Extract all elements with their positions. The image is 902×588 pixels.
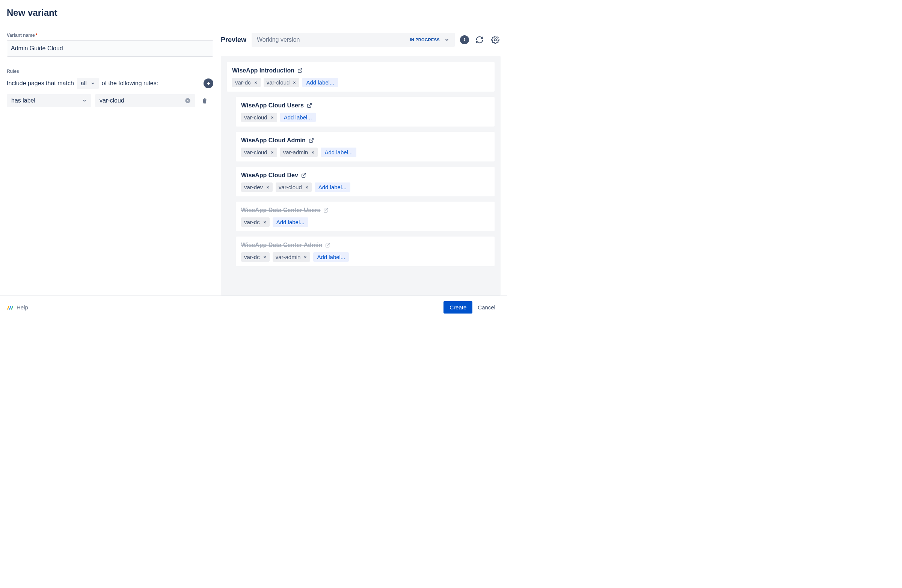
label-chip[interactable]: var-cloud — [241, 113, 277, 122]
remove-label-button[interactable] — [304, 255, 307, 259]
svg-point-1 — [464, 38, 465, 39]
labels-row: var-dcvar-cloud Add label... — [232, 78, 489, 87]
modal-footer: Help Create Cancel — [0, 296, 507, 319]
refresh-button[interactable] — [474, 34, 485, 45]
page-card: WiseApp Cloud Dev var-devvar-cloud Add l… — [236, 167, 495, 196]
close-circle-icon — [185, 98, 191, 104]
add-label-button[interactable]: Add label... — [272, 217, 308, 227]
page-title: WiseApp Cloud Dev — [241, 172, 298, 179]
remove-label-button[interactable] — [254, 81, 258, 84]
label-chip-text: var-dev — [244, 184, 263, 190]
cancel-button[interactable]: Cancel — [472, 301, 501, 314]
variant-name-label: Variant name* — [7, 33, 213, 38]
open-page-button[interactable] — [323, 208, 329, 213]
page-title: WiseApp Cloud Users — [241, 102, 304, 109]
labels-row: var-cloud Add label... — [241, 113, 489, 122]
rule-value-select[interactable]: var-cloud — [95, 94, 195, 107]
page-card: WiseApp Data Center Admin var-dcvar-admi… — [236, 236, 495, 266]
remove-label-button[interactable] — [266, 186, 269, 189]
remove-label-button[interactable] — [305, 186, 308, 189]
remove-label-button[interactable] — [263, 220, 266, 224]
label-chip[interactable]: var-admin — [280, 147, 318, 157]
remove-label-button[interactable] — [263, 255, 266, 259]
close-icon — [311, 150, 315, 154]
variant-name-input[interactable] — [7, 40, 213, 57]
create-button[interactable]: Create — [443, 301, 472, 314]
label-chip-text: var-cloud — [266, 79, 290, 86]
include-prefix: Include pages that match — [7, 80, 74, 87]
label-chip[interactable]: var-dev — [241, 183, 272, 192]
clear-value-button[interactable] — [185, 98, 191, 104]
rule-row: has label var-cloud — [7, 94, 213, 107]
close-icon — [254, 81, 258, 84]
page-card: WiseApp Introduction var-dcvar-cloud Add… — [227, 62, 495, 92]
close-icon — [263, 220, 266, 224]
external-link-icon — [298, 68, 303, 73]
label-chip-text: var-admin — [283, 149, 308, 155]
info-icon — [462, 37, 467, 42]
svg-rect-2 — [464, 39, 465, 41]
preview-panel: WiseApp Introduction var-dcvar-cloud Add… — [221, 56, 501, 296]
rule-value-label: var-cloud — [100, 97, 124, 104]
page-card: WiseApp Cloud Users var-cloud Add label.… — [236, 97, 495, 127]
page-title: WiseApp Cloud Admin — [241, 137, 306, 144]
help-logo-icon — [7, 304, 14, 311]
version-select[interactable]: Working version IN PROGRESS — [252, 33, 455, 47]
add-label-button[interactable]: Add label... — [321, 147, 356, 157]
label-chip[interactable]: var-dc — [241, 217, 269, 227]
add-label-button[interactable]: Add label... — [280, 113, 316, 122]
form-panel: Variant name* Rules Include pages that m… — [7, 33, 221, 296]
modal-header: New variant — [0, 0, 507, 25]
open-page-button[interactable] — [308, 138, 314, 143]
remove-label-button[interactable] — [293, 81, 296, 84]
chevron-down-icon — [82, 99, 87, 103]
chevron-down-icon — [444, 37, 449, 42]
open-page-button[interactable] — [301, 173, 307, 178]
preview-title: Preview — [221, 36, 246, 44]
delete-rule-button[interactable] — [199, 96, 210, 105]
add-label-button[interactable]: Add label... — [315, 183, 350, 192]
info-button[interactable] — [460, 35, 469, 44]
svg-point-3 — [494, 39, 496, 41]
add-label-button[interactable]: Add label... — [313, 252, 349, 262]
external-link-icon — [323, 208, 329, 213]
page-title: WiseApp Introduction — [232, 67, 294, 74]
quantifier-select[interactable]: all — [77, 78, 99, 89]
label-chip-text: var-cloud — [244, 114, 267, 120]
labels-row: var-dcvar-admin Add label... — [241, 252, 489, 262]
label-chip[interactable]: var-dc — [241, 252, 269, 262]
label-chip-text: var-dc — [235, 79, 251, 86]
add-label-button[interactable]: Add label... — [302, 78, 338, 87]
rule-condition-select[interactable]: has label — [7, 94, 91, 107]
gear-icon — [491, 36, 500, 44]
page-card: WiseApp Cloud Admin var-cloudvar-admin A… — [236, 132, 495, 161]
label-chip-text: var-dc — [244, 219, 260, 225]
label-chip[interactable]: var-cloud — [241, 147, 277, 157]
open-page-button[interactable] — [298, 68, 303, 73]
close-icon — [305, 186, 308, 189]
settings-button[interactable] — [490, 34, 501, 45]
external-link-icon — [307, 103, 312, 108]
include-suffix: of the following rules: — [102, 80, 158, 87]
status-badge: IN PROGRESS — [410, 38, 440, 42]
label-chip-text: var-dc — [244, 254, 260, 260]
open-page-button[interactable] — [307, 103, 312, 108]
label-chip[interactable]: var-cloud — [276, 183, 312, 192]
label-chip[interactable]: var-dc — [232, 78, 261, 87]
label-chip[interactable]: var-cloud — [264, 78, 300, 87]
labels-row: var-dc Add label... — [241, 217, 489, 227]
help-link[interactable]: Help — [7, 304, 28, 311]
label-chip-text: var-cloud — [244, 149, 267, 155]
remove-label-button[interactable] — [270, 150, 274, 154]
open-page-button[interactable] — [325, 242, 330, 248]
refresh-icon — [475, 36, 484, 44]
remove-label-button[interactable] — [270, 116, 274, 119]
label-chip[interactable]: var-admin — [272, 252, 310, 262]
remove-label-button[interactable] — [311, 150, 315, 154]
close-icon — [304, 255, 307, 259]
plus-icon — [206, 81, 211, 86]
page-card: WiseApp Data Center Users var-dc Add lab… — [236, 202, 495, 231]
required-indicator: * — [36, 33, 38, 38]
external-link-icon — [308, 138, 314, 143]
add-rule-button[interactable] — [204, 78, 213, 88]
